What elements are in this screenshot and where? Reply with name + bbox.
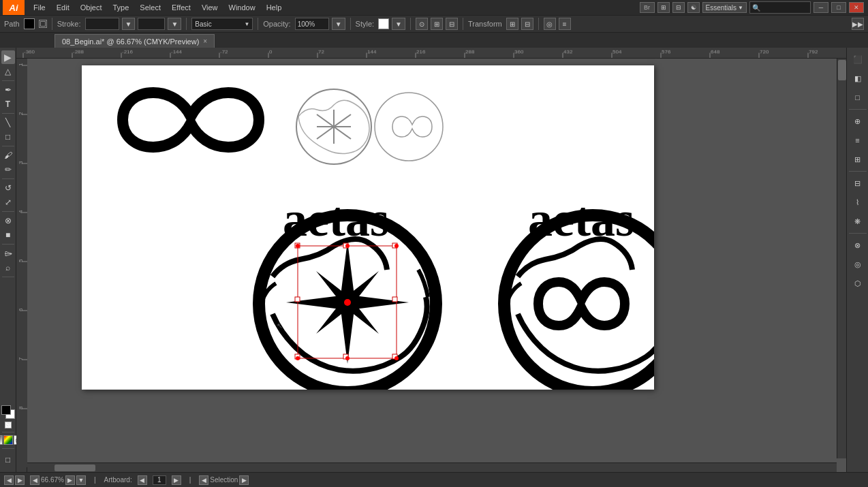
panel-swatches-btn[interactable]: ⊟ bbox=[849, 174, 867, 192]
menu-effect[interactable]: Effect bbox=[167, 2, 196, 13]
menu-view[interactable]: View bbox=[197, 2, 223, 13]
change-screen-mode-btn[interactable]: □ bbox=[1, 453, 15, 467]
zoom-in-btn[interactable]: ▶ bbox=[65, 475, 75, 485]
panel-layers-btn[interactable]: ⬡ bbox=[849, 274, 867, 292]
zoom-out-btn[interactable]: ◀ bbox=[30, 475, 40, 485]
workspace-dropdown[interactable]: Essentials ▼ bbox=[702, 2, 747, 13]
gradient-color-btn[interactable] bbox=[3, 435, 13, 445]
next-page-btn[interactable]: ▶ bbox=[15, 475, 25, 485]
sel-handle-ml[interactable] bbox=[295, 297, 300, 302]
select-tool[interactable]: ▶ bbox=[1, 50, 15, 64]
menu-window[interactable]: Window bbox=[224, 2, 260, 13]
v-scroll-thumb[interactable] bbox=[838, 60, 846, 80]
graphic-styles-btn[interactable]: ⊞ bbox=[431, 18, 443, 30]
isolate-btn[interactable]: ◎ bbox=[544, 18, 556, 30]
tab-close-button[interactable]: × bbox=[203, 37, 207, 45]
menu-file[interactable]: File bbox=[29, 2, 50, 13]
canvas-scroll[interactable]: aetas bbox=[27, 59, 846, 472]
screen-mode-button[interactable]: ⊞ bbox=[657, 2, 670, 13]
opacity-arrow[interactable]: ▼ bbox=[332, 18, 345, 30]
panel-pathfinder-btn[interactable]: ⊞ bbox=[849, 151, 867, 168]
extra-btn[interactable]: ≡ bbox=[559, 18, 571, 30]
stroke-value-input[interactable] bbox=[138, 18, 165, 30]
blend-tool[interactable]: ⊗ bbox=[1, 214, 15, 227]
menu-help[interactable]: Help bbox=[262, 2, 287, 13]
panel-align-btn[interactable]: ≡ bbox=[849, 131, 867, 149]
fg-color-swatch[interactable] bbox=[1, 405, 11, 415]
rotate-tool[interactable]: ↺ bbox=[1, 181, 15, 195]
horizontal-ruler bbox=[16, 48, 846, 59]
stroke-value-arrow[interactable]: ▼ bbox=[168, 18, 181, 30]
stroke-options-btn[interactable]: ▼ bbox=[122, 18, 136, 30]
transform-x-btn[interactable]: ⊞ bbox=[506, 18, 518, 30]
style-swatch[interactable] bbox=[378, 18, 389, 29]
sel-handle-mr[interactable] bbox=[392, 297, 397, 302]
prev-artboard-btn[interactable]: ◀ bbox=[138, 475, 147, 485]
paintbrush-tool[interactable]: 🖌 bbox=[1, 148, 15, 162]
line-tool[interactable]: ╲ bbox=[1, 116, 15, 129]
anchor-tr bbox=[394, 244, 399, 248]
scale-tool[interactable]: ⤢ bbox=[1, 195, 15, 209]
stroke-indicator[interactable] bbox=[39, 20, 47, 28]
maximize-button[interactable]: □ bbox=[831, 2, 846, 13]
bridge-button[interactable]: Br bbox=[640, 2, 655, 13]
gradient-tool[interactable]: ■ bbox=[1, 228, 15, 242]
zoom-tool[interactable]: ⌕ bbox=[1, 261, 15, 274]
document-tab[interactable]: 08_Begin.ai* @ 66.67% (CMYK/Preview) × bbox=[55, 34, 215, 48]
sep7 bbox=[538, 18, 539, 30]
rect-tool[interactable]: □ bbox=[1, 130, 15, 144]
tool-sep-4 bbox=[2, 178, 14, 179]
zoom-arrow-btn[interactable]: ▼ bbox=[76, 475, 86, 485]
pen-tool[interactable]: ✒ bbox=[1, 83, 15, 97]
prev-mode-btn[interactable]: ◀ bbox=[199, 475, 208, 485]
panel-sep-3 bbox=[849, 233, 867, 234]
fill-color-swatch[interactable] bbox=[24, 18, 35, 29]
panel-brushes-btn[interactable]: ⌇ bbox=[849, 193, 867, 211]
recolor-btn[interactable]: ⊙ bbox=[416, 18, 428, 30]
next-mode-btn[interactable]: ▶ bbox=[239, 475, 249, 485]
arrange-button[interactable]: ⊟ bbox=[672, 2, 685, 13]
menu-object[interactable]: Object bbox=[76, 2, 107, 13]
color-btn[interactable] bbox=[0, 435, 3, 445]
h-scroll-thumb[interactable] bbox=[55, 465, 95, 471]
menu-edit[interactable]: Edit bbox=[52, 2, 74, 13]
panel-appearance-btn[interactable]: ◎ bbox=[849, 255, 867, 273]
opacity-input[interactable] bbox=[295, 18, 329, 30]
arrange-btn[interactable]: ⊟ bbox=[446, 18, 458, 30]
close-button[interactable]: ✕ bbox=[849, 2, 864, 13]
artboard-number-input[interactable]: 1 bbox=[153, 475, 166, 485]
search-input[interactable] bbox=[749, 1, 811, 14]
extras-button[interactable]: ☯ bbox=[687, 2, 700, 13]
eyedropper-tool[interactable]: ⌲ bbox=[1, 247, 15, 260]
panel-color-btn[interactable]: ⬛ bbox=[849, 50, 867, 68]
vertical-scrollbar[interactable] bbox=[837, 59, 846, 458]
horizontal-scrollbar[interactable] bbox=[27, 462, 837, 472]
stroke-input[interactable] bbox=[85, 18, 119, 30]
tool-sep-5 bbox=[2, 211, 14, 212]
panel-gradient-btn[interactable]: ◧ bbox=[849, 69, 867, 87]
artwork-svg: aetas bbox=[82, 65, 654, 390]
anchor-tl bbox=[296, 244, 300, 248]
no-fill-btn[interactable]: ∅ bbox=[5, 422, 12, 428]
toolbar-right: ▶▶ bbox=[852, 18, 864, 30]
next-artboard-btn[interactable]: ▶ bbox=[172, 475, 181, 485]
minimize-button[interactable]: ─ bbox=[813, 2, 828, 13]
panel-transform-btn[interactable]: ⊕ bbox=[849, 112, 867, 130]
tool-sep-7 bbox=[2, 277, 14, 277]
pencil-tool[interactable]: ✏ bbox=[1, 163, 15, 176]
transform-y-btn[interactable]: ⊟ bbox=[521, 18, 533, 30]
artboard: aetas bbox=[82, 65, 654, 390]
panel-graphic-styles-btn[interactable]: ⊗ bbox=[849, 236, 867, 254]
style-arrow[interactable]: ▼ bbox=[392, 18, 405, 30]
prev-page-btn[interactable]: ◀ bbox=[4, 475, 14, 485]
panel-symbols-btn[interactable]: ❋ bbox=[849, 213, 867, 230]
menu-type[interactable]: Type bbox=[108, 2, 134, 13]
type-tool[interactable]: T bbox=[1, 97, 15, 111]
blend-mode-dropdown[interactable]: Basic ▼ bbox=[191, 18, 253, 30]
panel-stroke-btn[interactable]: □ bbox=[849, 89, 867, 106]
style-label: Style: bbox=[356, 20, 375, 28]
collapse-panel-btn[interactable]: ▶▶ bbox=[852, 18, 864, 30]
color-pair[interactable] bbox=[1, 405, 15, 419]
direct-select-tool[interactable]: △ bbox=[1, 65, 15, 78]
menu-select[interactable]: Select bbox=[135, 2, 166, 13]
